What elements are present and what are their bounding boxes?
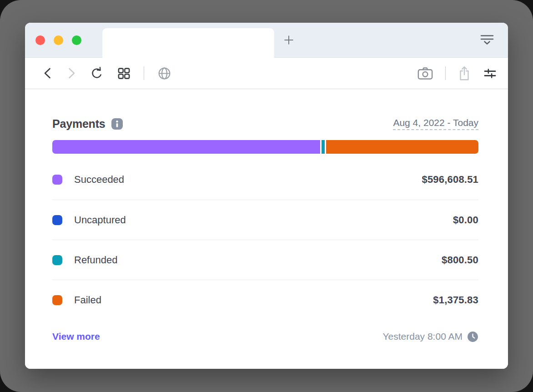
widget-header: Payments Aug 4, 2022 - Today bbox=[52, 115, 478, 133]
bar-segment-refunded bbox=[322, 140, 325, 154]
payments-widget: Payments Aug 4, 2022 - Today Succeede bbox=[25, 89, 508, 369]
grid-icon bbox=[117, 66, 131, 80]
desktop-background: Payments Aug 4, 2022 - Today Succeede bbox=[0, 0, 533, 392]
active-tab[interactable] bbox=[102, 28, 274, 58]
back-icon bbox=[42, 66, 53, 80]
toolbar-divider bbox=[144, 66, 144, 80]
widget-title: Payments bbox=[52, 117, 106, 131]
zoom-window-button[interactable] bbox=[72, 35, 81, 45]
sliders-icon bbox=[483, 66, 497, 80]
close-window-button[interactable] bbox=[35, 35, 45, 45]
bar-segment-failed bbox=[326, 140, 478, 154]
reload-icon bbox=[90, 65, 104, 81]
share-button[interactable] bbox=[458, 65, 471, 81]
legend-row-uncaptured[interactable]: Uncaptured $0.00 bbox=[52, 200, 478, 240]
stacked-bar bbox=[52, 140, 478, 154]
legend-row-failed[interactable]: Failed $1,375.83 bbox=[52, 280, 478, 320]
row-label: Refunded bbox=[74, 254, 117, 266]
date-range-selector[interactable]: Aug 4, 2022 - Today bbox=[393, 117, 478, 130]
tab-overview-icon bbox=[480, 34, 494, 46]
info-icon bbox=[111, 118, 123, 130]
widget-footer: View more Yesterday 8:00 AM bbox=[52, 320, 478, 353]
traffic-lights bbox=[25, 23, 81, 57]
new-tab-button[interactable] bbox=[274, 23, 303, 57]
succeeded-swatch bbox=[52, 175, 62, 185]
row-label: Uncaptured bbox=[74, 214, 126, 226]
page-settings-button[interactable] bbox=[483, 66, 497, 80]
browser-toolbar bbox=[25, 58, 508, 89]
refunded-swatch bbox=[52, 255, 62, 265]
failed-swatch bbox=[52, 295, 62, 305]
row-amount: $596,608.51 bbox=[422, 174, 478, 186]
legend-row-refunded[interactable]: Refunded $800.50 bbox=[52, 240, 478, 280]
website-button[interactable] bbox=[157, 66, 172, 81]
toolbar-divider bbox=[445, 66, 446, 80]
row-label: Succeeded bbox=[74, 174, 124, 186]
last-updated: Yesterday 8:00 AM bbox=[382, 331, 478, 342]
last-updated-text: Yesterday 8:00 AM bbox=[382, 331, 463, 342]
row-amount: $0.00 bbox=[453, 214, 478, 226]
plus-icon bbox=[282, 33, 296, 47]
row-amount: $1,375.83 bbox=[433, 294, 478, 306]
globe-icon bbox=[157, 66, 172, 81]
forward-button[interactable] bbox=[66, 66, 77, 80]
camera-icon bbox=[417, 66, 433, 80]
share-icon bbox=[458, 65, 471, 81]
row-amount: $800.50 bbox=[442, 254, 478, 266]
browser-window: Payments Aug 4, 2022 - Today Succeede bbox=[25, 23, 508, 369]
legend-rows: Succeeded $596,608.51 Uncaptured $0.00 R… bbox=[52, 160, 478, 320]
row-label: Failed bbox=[74, 294, 101, 306]
tab-bar bbox=[25, 23, 508, 58]
info-button[interactable] bbox=[111, 118, 123, 130]
minimize-window-button[interactable] bbox=[54, 35, 63, 45]
reload-button[interactable] bbox=[90, 65, 104, 81]
back-button[interactable] bbox=[42, 66, 53, 80]
bar-segment-succeeded bbox=[52, 140, 320, 154]
view-more-link[interactable]: View more bbox=[52, 331, 100, 342]
forward-icon bbox=[66, 66, 77, 80]
tab-groups-button[interactable] bbox=[117, 66, 131, 80]
tab-overview-button[interactable] bbox=[480, 34, 494, 46]
legend-row-succeeded[interactable]: Succeeded $596,608.51 bbox=[52, 160, 478, 200]
uncaptured-swatch bbox=[52, 215, 62, 225]
screenshot-button[interactable] bbox=[417, 66, 433, 80]
clock-icon bbox=[467, 331, 478, 342]
